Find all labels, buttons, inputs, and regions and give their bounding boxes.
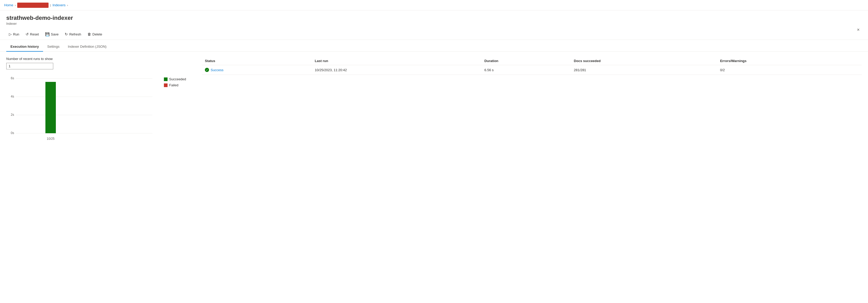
legend-succeeded: Succeeded: [164, 77, 186, 81]
refresh-icon: ↻: [65, 32, 68, 36]
legend-failed-label: Failed: [169, 83, 178, 87]
breadcrumb-sep-1: ›: [15, 4, 16, 7]
svg-text:4s: 4s: [11, 95, 14, 98]
reset-icon: ↺: [26, 32, 29, 36]
col-status: Status: [202, 57, 312, 65]
save-icon: 💾: [45, 32, 50, 36]
status-success: ✓ Success: [205, 68, 308, 72]
page-header: strathweb-demo-indexer Indexer ×: [0, 10, 868, 26]
chart-container: 6s 4s 2s 0s 10/25: [6, 75, 186, 154]
results-table: Status Last run Duration Docs succeeded …: [202, 57, 862, 75]
top-nav: Home › | Indexers ›: [0, 0, 868, 10]
svg-text:2s: 2s: [11, 113, 14, 116]
breadcrumb-sep-3: ›: [67, 4, 68, 7]
save-button[interactable]: 💾 Save: [42, 31, 61, 38]
run-button[interactable]: ▷ Run: [6, 31, 22, 38]
table-header-row: Status Last run Duration Docs succeeded …: [202, 57, 862, 65]
chart-svg: 6s 4s 2s 0s 10/25: [6, 75, 158, 153]
tab-bar: Execution history Settings Indexer Defin…: [0, 42, 868, 52]
cell-errors-warnings: 0/2: [717, 65, 862, 75]
breadcrumb-sep-2: |: [50, 4, 51, 7]
breadcrumb-redacted: [17, 3, 49, 8]
col-errors-warnings: Errors/Warnings: [717, 57, 862, 65]
legend-succeeded-label: Succeeded: [169, 77, 186, 81]
cell-last-run: 10/25/2023, 11:20:42: [312, 65, 481, 75]
svg-text:10/25: 10/25: [47, 137, 55, 140]
svg-rect-8: [45, 82, 56, 133]
chart-legend: Succeeded Failed: [164, 77, 186, 87]
success-checkmark-icon: ✓: [205, 68, 209, 72]
close-button[interactable]: ×: [855, 26, 862, 34]
legend-failed-color: [164, 83, 167, 87]
cell-status: ✓ Success: [202, 65, 312, 75]
col-duration: Duration: [481, 57, 571, 65]
cell-docs-succeeded: 281/281: [571, 65, 717, 75]
delete-button[interactable]: 🗑 Delete: [85, 31, 105, 38]
table-row: ✓ Success 10/25/2023, 11:20:42 6.56 s 28…: [202, 65, 862, 75]
reset-button[interactable]: ↺ Reset: [23, 31, 41, 38]
col-last-run: Last run: [312, 57, 481, 65]
page-subtitle: Indexer: [6, 22, 862, 26]
legend-succeeded-color: [164, 77, 167, 81]
tab-execution-history[interactable]: Execution history: [6, 42, 43, 52]
breadcrumb-indexers[interactable]: Indexers: [53, 3, 65, 7]
status-link[interactable]: Success: [211, 68, 223, 72]
page-title: strathweb-demo-indexer: [6, 14, 862, 22]
tab-indexer-definition[interactable]: Indexer Definition (JSON): [64, 42, 111, 52]
col-docs-succeeded: Docs succeeded: [571, 57, 717, 65]
runs-input[interactable]: [6, 63, 53, 69]
toolbar: ▷ Run ↺ Reset 💾 Save ↻ Refresh 🗑 Delete: [0, 29, 868, 40]
chart-area: 6s 4s 2s 0s 10/25: [6, 75, 158, 154]
breadcrumb: Home › | Indexers ›: [4, 3, 68, 8]
refresh-button[interactable]: ↻ Refresh: [62, 31, 84, 38]
svg-text:0s: 0s: [11, 131, 14, 135]
tab-settings[interactable]: Settings: [43, 42, 64, 52]
run-icon: ▷: [9, 32, 12, 36]
breadcrumb-home[interactable]: Home: [4, 3, 13, 7]
legend-failed: Failed: [164, 83, 186, 87]
svg-text:6s: 6s: [11, 76, 14, 80]
runs-label: Number of recent runs to show: [6, 57, 186, 61]
table-section: Status Last run Duration Docs succeeded …: [202, 57, 862, 154]
chart-section: Number of recent runs to show 6s 4s 2s 0…: [6, 57, 186, 154]
main-content: Number of recent runs to show 6s 4s 2s 0…: [0, 52, 868, 159]
delete-icon: 🗑: [87, 32, 91, 36]
cell-duration: 6.56 s: [481, 65, 571, 75]
